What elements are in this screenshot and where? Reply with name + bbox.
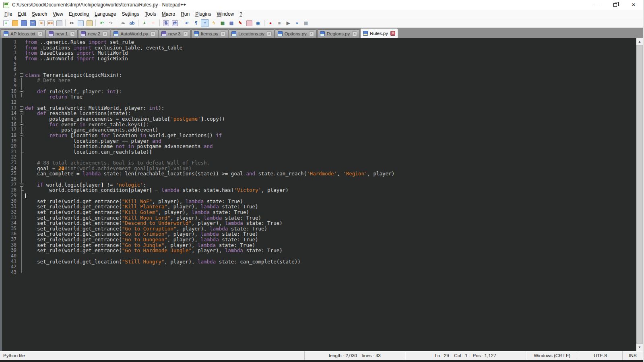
code-line[interactable]: 25 can_complete = lambda state: len(reac… <box>2 171 636 177</box>
scroll-thumb[interactable] <box>636 45 643 344</box>
toolbar-button-find[interactable]: ∞ <box>119 19 127 27</box>
tab-close-icon[interactable]: × <box>267 31 272 36</box>
code-line[interactable]: 17 postgame_advancements.add(event) <box>2 127 636 133</box>
code-line[interactable]: 40 <box>2 253 636 259</box>
tab-new-2[interactable]: new 2× <box>78 29 110 38</box>
close-button[interactable]: ✕ <box>624 0 643 10</box>
code-line[interactable]: 21 location.can_reach(state)] <box>2 149 636 155</box>
code-line[interactable]: 42 <box>2 264 636 270</box>
toolbar-button-open-file[interactable] <box>11 19 19 27</box>
toolbar-button-sync-horizontal[interactable]: ⇄ <box>171 19 179 27</box>
menu-item-help[interactable]: ? <box>237 10 245 18</box>
fold-collapse-icon[interactable] <box>18 105 25 111</box>
code-line[interactable]: 34 set_rule(world.get_entrance("Descend … <box>2 220 636 226</box>
toolbar-button-macro-run-multiple[interactable]: » <box>293 19 301 27</box>
code-line[interactable]: 8 # Defs here <box>2 78 636 83</box>
fold-collapse-icon[interactable] <box>18 111 25 116</box>
code-line[interactable]: 33 set_rule(world.get_entrance("Kill Moo… <box>2 215 636 221</box>
tab-close-icon[interactable]: × <box>309 31 314 36</box>
toolbar-button-monitoring-eye[interactable]: ◉ <box>254 19 262 27</box>
tab-new-1[interactable]: new 1× <box>46 29 78 38</box>
code-line[interactable]: 3from BaseClasses import MultiWorld <box>2 50 636 56</box>
vertical-scrollbar[interactable]: ▲ ▼ <box>636 38 643 351</box>
tab-rules-py[interactable]: Rules.py× <box>360 28 398 38</box>
toolbar-button-copy[interactable] <box>76 19 85 27</box>
menu-item-file[interactable]: File <box>2 10 15 18</box>
code-area[interactable]: 1from ..generic.Rules import set_rule2fr… <box>2 38 636 351</box>
tab-locations-py[interactable]: Locations.py× <box>229 29 275 38</box>
menu-item-search[interactable]: Search <box>29 10 50 18</box>
code-line[interactable]: 13def set_rules(world: MultiWorld, playe… <box>2 105 636 111</box>
code-line[interactable]: 27 if world.logic[player] != 'nologic': <box>2 182 636 188</box>
menu-item-window[interactable]: Window <box>214 10 237 18</box>
code-line[interactable]: 30 set_rule(world.get_entrance("Kill WoF… <box>2 199 636 204</box>
tab-regions-py[interactable]: Regions.py× <box>317 29 360 38</box>
toolbar-button-close-doc[interactable]: × <box>37 19 45 27</box>
toolbar-button-paste[interactable] <box>85 19 93 27</box>
tab-close-icon[interactable]: × <box>70 31 75 36</box>
code-line[interactable]: 26 <box>2 177 636 182</box>
toolbar-button-undo[interactable]: ↶ <box>98 19 106 27</box>
toolbar-button-show-all-characters[interactable]: ¶ <box>192 19 200 27</box>
code-line[interactable]: 35 set_rule(world.get_entrance("Go to Co… <box>2 226 636 232</box>
toolbar-button-macro-stop[interactable]: ■ <box>275 19 283 27</box>
toolbar-button-show-indent-guide[interactable]: ≡ <box>201 19 209 27</box>
code-line[interactable]: 6 <box>2 67 636 72</box>
tab-close-icon[interactable]: × <box>183 31 188 36</box>
menu-item-language[interactable]: Language <box>92 10 119 18</box>
tab-close-icon[interactable]: × <box>390 31 395 36</box>
code-line[interactable]: 10 def rule(self, player: int): <box>2 89 636 95</box>
toolbar-button-zoom-in[interactable]: + <box>140 19 149 27</box>
code-line[interactable]: 15 postgame_advancements = exclusion_tab… <box>2 116 636 122</box>
code-line[interactable]: 5 <box>2 62 636 67</box>
code-line[interactable]: 31 set_rule(world.get_entrance("Kill Pla… <box>2 204 636 210</box>
fold-collapse-icon[interactable] <box>18 89 25 95</box>
menu-item-plugins[interactable]: Plugins <box>192 10 214 18</box>
toolbar-button-cut[interactable]: ✂ <box>68 19 76 27</box>
code-line[interactable]: 43 <box>2 270 636 276</box>
scroll-down-button[interactable]: ▼ <box>636 344 643 351</box>
tab-close-icon[interactable]: × <box>38 31 43 36</box>
code-line[interactable]: 12 <box>2 100 636 105</box>
toolbar-button-save[interactable] <box>20 19 28 27</box>
fold-collapse-icon[interactable] <box>18 133 25 138</box>
tab-ap-ideas-txt[interactable]: AP Ideas.txt× <box>1 29 45 38</box>
toolbar-button-zoom-out[interactable]: − <box>149 19 157 27</box>
toolbar-button-macro-play[interactable]: ▶ <box>284 19 292 27</box>
restore-button[interactable] <box>606 0 624 10</box>
code-line[interactable]: 41 set_rule(world.get_location("Still Hu… <box>2 259 636 265</box>
toolbar-button-edit-script[interactable]: ✎ <box>236 19 244 27</box>
menu-item-edit[interactable]: Edit <box>15 10 29 18</box>
tab-close-icon[interactable]: × <box>352 31 357 36</box>
toolbar-button-function-list[interactable]: ϟ <box>210 19 218 27</box>
code-line[interactable]: 18 return [location for location in worl… <box>2 133 636 138</box>
code-line[interactable]: 38 set_rule(world.get_entrance("Go to Ju… <box>2 243 636 248</box>
code-line[interactable]: 4from ..AutoWorld import LogicMixin <box>2 56 636 62</box>
toolbar-button-close-all-docs[interactable]: ×× <box>46 19 54 27</box>
fold-collapse-icon[interactable] <box>18 182 25 188</box>
tab-close-icon[interactable]: × <box>151 31 155 36</box>
tab-items-py[interactable]: Items.py× <box>191 29 228 38</box>
code-line[interactable]: 7class TerrariaLogic(LogicMixin): <box>2 72 636 78</box>
toolbar-button-redo[interactable]: ↷ <box>107 19 115 27</box>
toolbar-button-document-list[interactable]: ▥ <box>227 19 235 27</box>
menu-item-encoding[interactable]: Encoding <box>66 10 92 18</box>
menu-item-run[interactable]: Run <box>178 10 192 18</box>
code-line[interactable]: 32 set_rule(world.get_entrance("Kill Gol… <box>2 210 636 215</box>
menu-item-macro[interactable]: Macro <box>159 10 178 18</box>
toolbar-button-save-all[interactable]: ≡ <box>29 19 37 27</box>
tab-close-icon[interactable]: × <box>221 31 225 36</box>
toolbar-button-print[interactable] <box>55 19 63 27</box>
code-line[interactable]: 9 <box>2 83 636 89</box>
toolbar-button-sync-vertical[interactable]: ⇅ <box>162 19 170 27</box>
code-line[interactable]: 2from .Locations import exclusion_table,… <box>2 45 636 51</box>
tab-new-3[interactable]: new 3× <box>159 29 191 38</box>
toolbar-button-new-file[interactable]: + <box>2 19 10 27</box>
code-line[interactable]: 24 goal = 20#int(world.achievement_goal[… <box>2 166 636 171</box>
tab-autoworld-py[interactable]: AutoWorld.py× <box>111 29 158 38</box>
tab-options-py[interactable]: Options.py× <box>275 29 317 38</box>
toolbar-button-replace[interactable]: ab <box>128 19 136 27</box>
fold-collapse-icon[interactable] <box>18 122 25 128</box>
code-line[interactable]: 20 location.name not in postgame_advance… <box>2 144 636 149</box>
toolbar-button-word-wrap[interactable]: ↵ <box>183 19 191 27</box>
